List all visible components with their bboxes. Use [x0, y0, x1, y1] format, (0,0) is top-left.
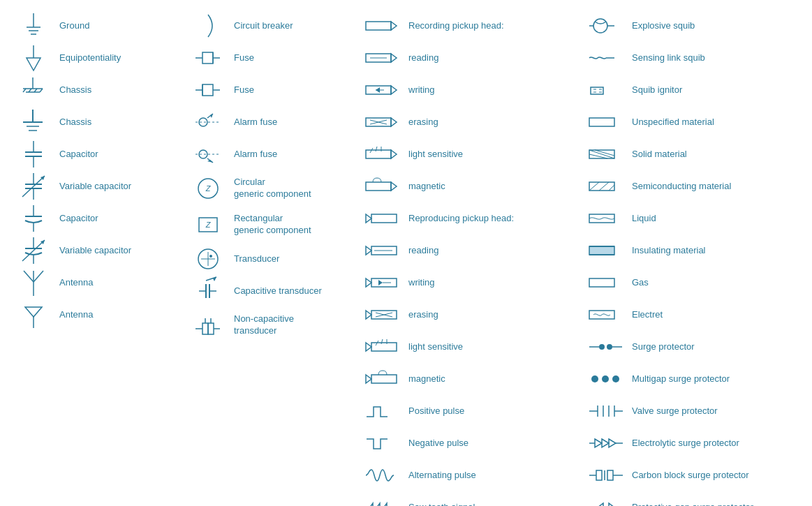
- list-item: Fuse: [189, 75, 356, 105]
- circular-generic-icon: Z: [189, 174, 227, 202]
- list-item: Transducer: [189, 244, 356, 274]
- multigap-label: Multigap surge protector: [632, 373, 730, 385]
- svg-marker-156: [602, 439, 609, 447]
- surge-prot-label: Surge protector: [632, 341, 695, 353]
- chassis1-icon: [14, 76, 52, 104]
- list-item: Saw tooth signal: [363, 492, 580, 506]
- list-item: Fuse: [189, 43, 356, 73]
- list-item: Gas: [586, 267, 812, 298]
- svg-point-64: [209, 255, 212, 258]
- svg-marker-106: [366, 311, 371, 319]
- list-item: writing: [363, 267, 580, 298]
- circular-generic-label: Circular generic component: [234, 177, 311, 200]
- svg-rect-95: [366, 182, 391, 191]
- circuit-breaker-label: Circuit breaker: [234, 20, 293, 32]
- list-item: Chassis: [14, 107, 182, 137]
- list-item: Equipotentiality: [14, 43, 182, 73]
- semi-material-icon: [586, 172, 625, 200]
- liquid-icon: [586, 204, 625, 232]
- transducer-label: Transducer: [234, 253, 279, 265]
- magnetic2-label: magnetic: [408, 373, 445, 385]
- magnetic1-label: magnetic: [408, 181, 445, 193]
- list-item: reading: [363, 43, 580, 73]
- alt-pulse-icon: [363, 461, 401, 489]
- svg-marker-83: [391, 86, 397, 94]
- alt-pulse-label: Alternating pulse: [408, 470, 476, 482]
- list-item: Alarm fuse: [189, 139, 356, 170]
- solid-material-label: Solid material: [632, 149, 687, 161]
- ground-icon: [14, 12, 52, 40]
- chassis2-icon: [14, 108, 52, 136]
- svg-marker-91: [391, 150, 397, 158]
- svg-marker-167: [609, 503, 614, 506]
- prot-gap-label: Protective gap surge protector: [632, 502, 753, 506]
- list-item: Antenna: [14, 267, 182, 298]
- list-item: Electrolytic surge protector: [586, 428, 812, 459]
- list-item: Alarm fuse: [189, 107, 356, 137]
- svg-marker-102: [366, 278, 371, 287]
- list-item: Reproducing pickup head:: [363, 203, 580, 234]
- variable-capacitor-label: Variable capacitor: [59, 181, 131, 193]
- variable-capacitor-icon: [14, 172, 52, 200]
- svg-point-143: [607, 344, 612, 350]
- exp-squib-label: Explosive squib: [632, 20, 695, 32]
- alarm-fuse2-icon: [189, 140, 227, 168]
- transducer-icon: [189, 245, 227, 273]
- svg-point-117: [593, 19, 607, 33]
- erasing1-icon: [363, 108, 401, 136]
- list-item: Squib ignitor: [586, 75, 812, 105]
- writing2-label: writing: [408, 277, 435, 289]
- gas-label: Gas: [632, 277, 649, 289]
- carbon-surge-icon: [586, 461, 625, 489]
- carbon-surge-label: Carbon block surge protector: [632, 470, 749, 482]
- electret-label: Electret: [632, 309, 663, 321]
- list-item: Variable capacitor: [14, 235, 182, 266]
- erasing2-icon: [363, 301, 401, 329]
- svg-point-146: [602, 375, 609, 382]
- svg-rect-162: [607, 470, 613, 480]
- main-grid: Ground Equipotentiality: [10, 7, 802, 499]
- svg-marker-97: [366, 214, 371, 223]
- list-item: reading: [363, 235, 580, 266]
- surge-prot-icon: [586, 333, 625, 361]
- electro-surge-icon: [586, 429, 625, 457]
- svg-line-36: [24, 271, 34, 282]
- list-item: Alternating pulse: [363, 460, 580, 491]
- svg-marker-80: [391, 54, 397, 62]
- squib-ignitor-icon: [586, 76, 625, 104]
- equipotentiality-label: Equipotentiality: [59, 52, 121, 64]
- col-3: Recording pickup head: reading: [360, 7, 583, 506]
- variable-capacitor2-label: Variable capacitor: [59, 245, 131, 257]
- svg-marker-99: [366, 246, 371, 255]
- svg-marker-96: [391, 182, 397, 191]
- svg-rect-160: [596, 470, 602, 480]
- writing1-icon: [363, 76, 401, 104]
- svg-rect-98: [371, 214, 397, 223]
- list-item: Unspecified material: [586, 107, 812, 137]
- svg-rect-131: [589, 182, 614, 191]
- capacitor-icon: [14, 140, 52, 168]
- erasing2-label: erasing: [408, 309, 438, 321]
- antenna2-label: Antenna: [59, 309, 93, 321]
- unspec-material-label: Unspecified material: [632, 117, 714, 128]
- erasing1-label: erasing: [408, 117, 438, 128]
- valve-surge-icon: [586, 397, 625, 425]
- antenna2-icon: [14, 301, 52, 329]
- svg-line-134: [609, 185, 614, 191]
- svg-rect-139: [589, 278, 614, 287]
- list-item: Circuit breaker: [189, 10, 356, 41]
- svg-marker-40: [25, 307, 42, 317]
- list-item: Solid material: [586, 139, 812, 170]
- col-4: Explosive squib Sensing link squib: [583, 7, 812, 506]
- svg-rect-90: [366, 150, 391, 158]
- svg-marker-165: [598, 503, 603, 506]
- list-item: Ground: [14, 10, 182, 41]
- solid-material-icon: [586, 140, 625, 168]
- reading1-icon: [363, 44, 401, 72]
- cap-transducer-label: Capacitive transducer: [234, 285, 322, 297]
- svg-rect-111: [371, 343, 397, 351]
- valve-surge-label: Valve surge protector: [632, 405, 718, 417]
- list-item: Variable capacitor: [14, 171, 182, 202]
- svg-text:Z: Z: [205, 221, 211, 229]
- circuit-breaker-icon: [189, 12, 227, 40]
